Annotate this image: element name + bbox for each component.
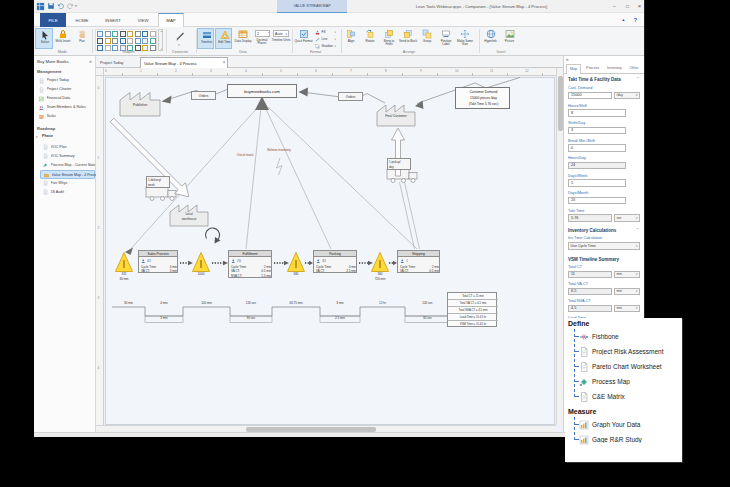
tab-view[interactable]: VIEW bbox=[130, 13, 156, 27]
panel-tab-process[interactable]: Process bbox=[582, 64, 603, 74]
field-unit-0[interactable]: /day▾ bbox=[614, 92, 640, 100]
phase-expand-icon[interactable]: ▾ bbox=[36, 135, 41, 139]
field-input-0[interactable]: 15000 bbox=[568, 92, 612, 100]
inv-time-calc-dropdown[interactable]: Use Cycle Time▾ bbox=[568, 242, 640, 250]
sidebar-collapse-icon[interactable]: « bbox=[87, 58, 94, 66]
ribbon-collapse-icon[interactable]: ▴ bbox=[619, 15, 628, 24]
help-icon[interactable]: ? bbox=[631, 15, 640, 24]
maximize-button[interactable]: □ bbox=[622, 1, 633, 11]
field-input-3[interactable]: 0 bbox=[568, 144, 626, 152]
doc-tab-close-icon[interactable]: × bbox=[221, 60, 227, 66]
doc-tab-project-today[interactable]: Project Today bbox=[100, 58, 136, 67]
tab-map[interactable]: MAP bbox=[158, 13, 184, 27]
shape-thumb[interactable] bbox=[112, 31, 118, 37]
shape-thumb[interactable] bbox=[105, 45, 111, 51]
ribbon-button-line[interactable]: Line▾ bbox=[315, 36, 338, 42]
ribbon-button-picture[interactable]: Picture bbox=[501, 28, 518, 49]
ribbon-button-pan[interactable]: Pan bbox=[73, 28, 91, 49]
ribbon-button-bring-to-front[interactable]: Bring to Front bbox=[380, 28, 398, 49]
shape-thumb[interactable] bbox=[105, 31, 111, 37]
tool-item-process-map[interactable]: Process Map bbox=[579, 376, 681, 388]
shape-thumb[interactable] bbox=[127, 31, 133, 37]
sidebar-item-tasks[interactable]: Tasks bbox=[36, 113, 94, 121]
vsm-field-unit-0[interactable]: min▾ bbox=[614, 271, 640, 279]
shape-palette[interactable] bbox=[95, 29, 157, 51]
decimal-places-spinner[interactable]: 2▴▾ bbox=[255, 30, 270, 37]
ribbon-button-edit-time[interactable]: Edit Time bbox=[215, 28, 232, 49]
shape-thumb[interactable] bbox=[97, 38, 103, 44]
shape-thumb[interactable] bbox=[142, 31, 148, 37]
shape-thumb[interactable] bbox=[150, 45, 156, 51]
shape-thumb[interactable] bbox=[142, 45, 148, 51]
doc-tab-value-stream-map[interactable]: Value Stream Map - 4 Process× bbox=[140, 57, 228, 69]
ribbon-button-timeline[interactable]: Timeline bbox=[197, 28, 214, 49]
vsm-field-input-2[interactable]: 4.5 bbox=[568, 305, 612, 313]
shape-thumb[interactable] bbox=[97, 45, 103, 51]
vsm-field-input-1[interactable]: 6.5 bbox=[568, 288, 612, 296]
tab-file[interactable]: FILE bbox=[40, 13, 66, 27]
shape-thumb[interactable] bbox=[120, 31, 126, 37]
field-input-5[interactable]: 5 bbox=[568, 179, 626, 187]
sidebar-item-project-today[interactable]: Project Today bbox=[36, 77, 94, 85]
ribbon-button-send-to-back[interactable]: Send to Back bbox=[399, 28, 417, 49]
field-input-6[interactable]: 20 bbox=[568, 197, 626, 205]
tool-item-graph-your-data[interactable]: Graph Your Data bbox=[579, 419, 681, 431]
tool-item-gage-r-r-study[interactable]: Gage R&R Study bbox=[579, 434, 681, 446]
horizontal-scrollbar[interactable] bbox=[96, 425, 556, 432]
ribbon-button-connector-pen[interactable]: ▾ bbox=[171, 28, 189, 49]
vsm-field-unit-1[interactable]: min▾ bbox=[614, 288, 640, 296]
field-input-7[interactable]: 5.76 bbox=[568, 214, 612, 222]
shape-thumb[interactable] bbox=[150, 31, 156, 37]
shape-thumb[interactable] bbox=[120, 45, 126, 51]
sidebar-item-voc-summary[interactable]: VOC Summary bbox=[40, 152, 95, 161]
panel-tab-inventory[interactable]: Inventory bbox=[604, 64, 625, 74]
ribbon-button-hyperlink[interactable]: Hyperlink bbox=[481, 28, 500, 49]
shape-thumb[interactable] bbox=[150, 38, 156, 44]
sidebar-item-value-stream-map-4-process[interactable]: Value Stream Map - 4 Process bbox=[40, 170, 95, 179]
ribbon-button-data-display[interactable]: Data Display bbox=[233, 28, 253, 49]
ribbon-button-align[interactable]: Align bbox=[342, 28, 360, 49]
shape-palette-scrollbar[interactable]: ▴▾ bbox=[158, 29, 163, 51]
ribbon-button-group[interactable]: Group bbox=[418, 28, 436, 49]
panel-tab-map[interactable]: Map bbox=[566, 64, 581, 74]
ribbon-button-select[interactable]: Select bbox=[35, 28, 53, 49]
qat-dropdown-icon[interactable]: ▾ bbox=[75, 4, 81, 10]
sidebar-item-process-map-current-state[interactable]: Process Map - Current State bbox=[40, 161, 95, 170]
panel-collapse-icon[interactable]: » bbox=[566, 57, 573, 64]
timeline-units-dropdown[interactable]: Auto▾ bbox=[273, 30, 289, 37]
redo-icon[interactable] bbox=[66, 2, 74, 10]
ribbon-button-quick-format[interactable]: Quick Format bbox=[294, 28, 313, 49]
vsm-field-input-0[interactable]: 11 bbox=[568, 271, 612, 279]
ribbon-button-multi-insert[interactable]: Multi-Insert bbox=[54, 28, 72, 49]
tab-home[interactable]: HOME bbox=[68, 13, 96, 27]
shape-thumb[interactable] bbox=[112, 38, 118, 44]
shape-thumb[interactable] bbox=[135, 38, 141, 44]
horizontal-scrollbar-thumb[interactable] bbox=[246, 427, 376, 432]
ribbon-button-make-same-size[interactable]: Make Same Size bbox=[456, 28, 474, 49]
vertical-scrollbar-thumb[interactable] bbox=[558, 76, 563, 131]
scroll-up-icon[interactable]: ▴ bbox=[159, 30, 164, 34]
field-input-2[interactable]: 3 bbox=[568, 127, 626, 135]
sidebar-item-financial-data[interactable]: Financial Data bbox=[36, 95, 94, 103]
vertical-scrollbar[interactable] bbox=[556, 68, 563, 425]
shape-thumb[interactable] bbox=[142, 38, 148, 44]
sidebar-item-phase[interactable]: Phase bbox=[42, 134, 92, 138]
shape-thumb[interactable] bbox=[127, 38, 133, 44]
shape-thumb[interactable] bbox=[120, 38, 126, 44]
shape-thumb[interactable] bbox=[97, 31, 103, 37]
vsm-field-unit-2[interactable]: min▾ bbox=[614, 305, 640, 313]
undo-icon[interactable] bbox=[57, 2, 65, 10]
field-unit-7[interactable]: sec▾ bbox=[614, 214, 640, 222]
tab-insert[interactable]: INSERT bbox=[98, 13, 128, 27]
ribbon-button-fill[interactable]: Fill▾ bbox=[315, 29, 338, 35]
ribbon-button-position-label[interactable]: Position Label bbox=[437, 28, 455, 49]
shape-thumb[interactable] bbox=[135, 45, 141, 51]
shape-thumb[interactable] bbox=[105, 38, 111, 44]
shape-thumb[interactable] bbox=[127, 45, 133, 51]
panel-tab-other[interactable]: Other bbox=[626, 64, 642, 74]
close-button[interactable]: × bbox=[634, 1, 645, 11]
sidebar-item-five-whys[interactable]: Five Whys bbox=[40, 179, 95, 188]
tool-item-fishbone[interactable]: Fishbone bbox=[579, 331, 681, 343]
sidebar-item-project-charter[interactable]: Project Charter bbox=[36, 86, 94, 94]
tool-item-pareto-chart-worksheet[interactable]: Pareto Chart Worksheet bbox=[579, 361, 681, 373]
